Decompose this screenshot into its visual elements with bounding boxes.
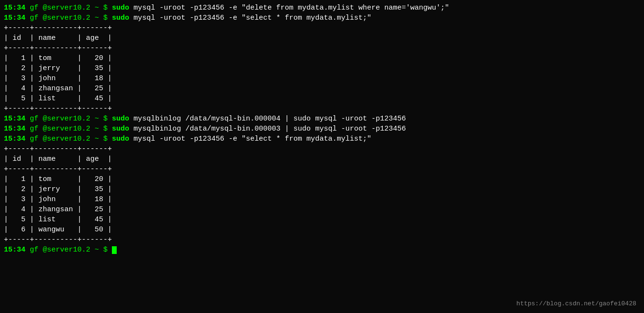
terminal-line: +-----+----------+------+	[4, 235, 640, 245]
terminal-line: | 1 | tom | 20 |	[4, 53, 640, 63]
terminal-line: 15:34 gf @server10.2 ~ $ sudo mysql -uro…	[4, 134, 640, 144]
prompt-time: 15:34	[4, 14, 30, 22]
prompt-time: 15:34	[4, 4, 30, 12]
cmd-text: sudo mysql -uroot -p123456 -e "select * …	[112, 135, 371, 143]
prompt-user: gf @server10.2 ~ $	[30, 14, 112, 22]
terminal-line: +-----+----------+------+	[4, 23, 640, 33]
terminal-line: | id | name | age |	[4, 33, 640, 43]
terminal: 15:34 gf @server10.2 ~ $ sudo mysql -uro…	[4, 3, 640, 310]
cmd-text: sudo mysqlbinlog /data/mysql-bin.000004 …	[112, 115, 406, 123]
terminal-line: 15:34 gf @server10.2 ~ $ sudo mysqlbinlo…	[4, 114, 640, 124]
prompt-time: 15:34	[4, 246, 30, 254]
terminal-line: | 5 | list | 45 |	[4, 94, 640, 104]
terminal-line: | 3 | john | 18 |	[4, 73, 640, 84]
terminal-line: | 4 | zhangsan | 25 |	[4, 205, 640, 215]
cmd-text: sudo mysqlbinlog /data/mysql-bin.000003 …	[112, 125, 406, 133]
prompt-user: gf @server10.2 ~ $	[30, 246, 112, 254]
terminal-line: +-----+----------+------+	[4, 104, 640, 114]
cmd-text: sudo mysql -uroot -p123456 -e "select * …	[112, 14, 371, 22]
prompt-user: gf @server10.2 ~ $	[30, 135, 112, 143]
watermark: https://blog.csdn.net/gaofei0428	[516, 300, 636, 308]
prompt-time: 15:34	[4, 135, 30, 143]
terminal-line: 15:34 gf @server10.2 ~ $ sudo mysqlbinlo…	[4, 124, 640, 134]
terminal-line: +-----+----------+------+	[4, 164, 640, 174]
terminal-line: 15:34 gf @server10.2 ~ $	[4, 245, 640, 255]
terminal-line: | 2 | jerry | 35 |	[4, 184, 640, 194]
cmd-text: sudo mysql -uroot -p123456 -e "delete fr…	[112, 4, 449, 12]
terminal-line: | id | name | age |	[4, 154, 640, 164]
terminal-line: 15:34 gf @server10.2 ~ $ sudo mysql -uro…	[4, 3, 640, 13]
terminal-line: | 1 | tom | 20 |	[4, 174, 640, 184]
terminal-line: | 2 | jerry | 35 |	[4, 63, 640, 73]
terminal-line: | 6 | wangwu | 50 |	[4, 225, 640, 235]
terminal-line: | 3 | john | 18 |	[4, 194, 640, 205]
terminal-line: 15:34 gf @server10.2 ~ $ sudo mysql -uro…	[4, 13, 640, 23]
prompt-time: 15:34	[4, 125, 30, 133]
prompt-user: gf @server10.2 ~ $	[30, 115, 112, 123]
terminal-line: +-----+----------+------+	[4, 144, 640, 154]
prompt-time: 15:34	[4, 115, 30, 123]
terminal-line: +-----+----------+------+	[4, 43, 640, 53]
terminal-line: | 5 | list | 45 |	[4, 215, 640, 225]
prompt-user: gf @server10.2 ~ $	[30, 4, 112, 12]
cursor	[112, 246, 117, 254]
terminal-line: | 4 | zhangsan | 25 |	[4, 84, 640, 94]
prompt-user: gf @server10.2 ~ $	[30, 125, 112, 133]
